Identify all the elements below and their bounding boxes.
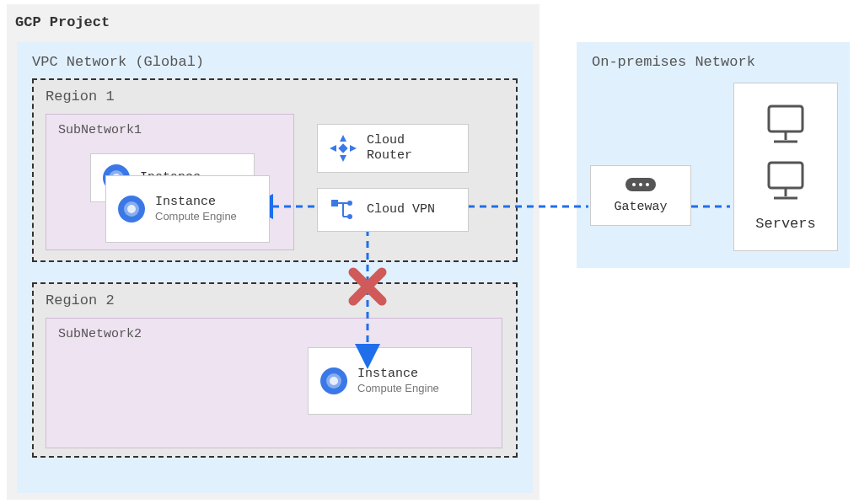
svg-rect-21 xyxy=(769,106,803,131)
region-2-title: Region 2 xyxy=(34,284,516,314)
instance-card-region2: Instance Compute Engine xyxy=(308,347,472,415)
vpc-network-container: VPC Network (Global) Region 1 SubNetwork… xyxy=(17,42,533,493)
svg-point-19 xyxy=(639,183,642,186)
svg-point-11 xyxy=(347,214,352,219)
vpc-network-title: VPC Network (Global) xyxy=(32,54,518,70)
subnetwork-2-title: SubNetwork2 xyxy=(46,319,502,350)
svg-point-10 xyxy=(347,201,352,206)
svg-point-18 xyxy=(632,183,636,186)
subnetwork-1-title: SubNetwork1 xyxy=(46,115,293,146)
region-2-container: Region 2 SubNetwork2 Instance Compute En… xyxy=(32,282,518,458)
blocked-x-icon xyxy=(348,267,387,306)
cloud-vpn-title: Cloud VPN xyxy=(367,202,435,217)
gcp-project-title: GCP Project xyxy=(15,14,531,30)
svg-rect-7 xyxy=(331,200,338,206)
region-1-title: Region 1 xyxy=(34,80,516,110)
svg-point-16 xyxy=(330,377,338,385)
compute-engine-icon xyxy=(116,194,147,224)
cloud-vpn-card: Cloud VPN xyxy=(317,188,469,232)
gateway-title: Gateway xyxy=(614,200,667,214)
svg-rect-24 xyxy=(769,163,803,188)
instance-front-title: Instance xyxy=(155,195,237,210)
gateway-card: Gateway xyxy=(590,165,691,226)
cloud-router-icon xyxy=(328,133,358,164)
svg-point-5 xyxy=(127,205,136,213)
server-icon xyxy=(764,159,808,206)
instance-card-front: Instance Compute Engine xyxy=(105,175,270,243)
cloud-router-card: Cloud Router xyxy=(317,124,469,173)
instance-front-sub: Compute Engine xyxy=(155,210,237,223)
region-1-container: Region 1 SubNetwork1 Instance Instance C… xyxy=(32,78,518,262)
svg-point-20 xyxy=(646,183,649,186)
gateway-icon xyxy=(624,173,658,196)
cloud-router-title: Cloud Router xyxy=(367,133,458,164)
subnetwork-2-container: SubNetwork2 Instance Compute Engine xyxy=(46,318,502,448)
server-icon xyxy=(764,103,808,149)
instance-r2-sub: Compute Engine xyxy=(357,382,439,395)
cloud-vpn-icon xyxy=(328,195,358,225)
servers-title: Servers xyxy=(755,216,815,232)
servers-card: Servers xyxy=(733,83,838,251)
onprem-title: On-premises Network xyxy=(592,54,835,70)
compute-engine-icon xyxy=(319,366,349,396)
svg-rect-6 xyxy=(338,143,347,153)
instance-r2-title: Instance xyxy=(357,367,439,382)
subnetwork-1-container: SubNetwork1 Instance Instance Compute En… xyxy=(46,114,294,250)
